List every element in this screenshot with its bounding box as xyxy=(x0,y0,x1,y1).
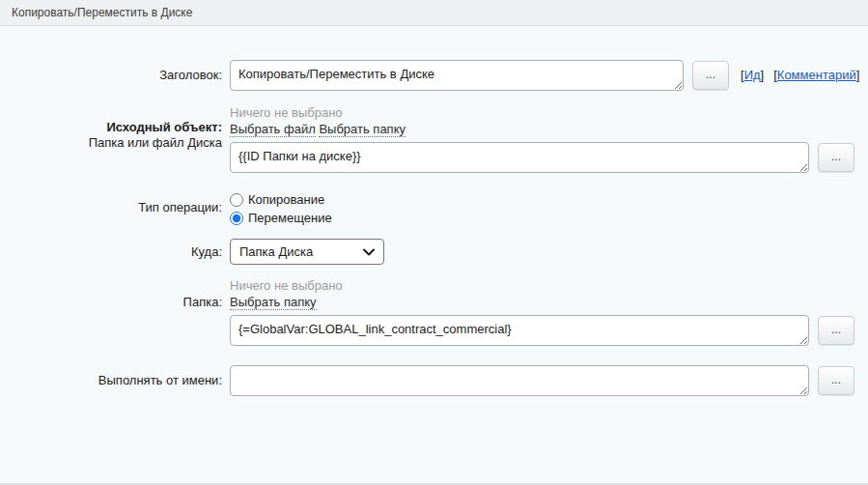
operation-label: Тип операции: xyxy=(0,190,222,215)
title-label: Заголовок: xyxy=(0,60,222,83)
settings-form: Заголовок: Копировать/Переместить в Диск… xyxy=(0,26,868,396)
select-file-link[interactable]: Выбрать файл xyxy=(230,122,316,137)
copy-radio[interactable] xyxy=(230,193,243,207)
destination-select-value: Папка Диска xyxy=(239,244,313,259)
source-label: Исходный объект: xyxy=(0,120,222,135)
row-destination: Куда: Папка Диска xyxy=(0,239,868,265)
row-title: Заголовок: Копировать/Переместить в Диск… xyxy=(0,60,868,91)
source-input[interactable]: {{ID Папки на диске}} xyxy=(230,142,809,173)
folder-label: Папка: xyxy=(0,277,222,310)
destination-select[interactable]: Папка Диска xyxy=(230,239,384,265)
activity-settings-panel: Копировать/Переместить в Диске Заголовок… xyxy=(0,0,868,485)
source-chooser-links: Выбрать файл Выбрать папку xyxy=(230,121,854,138)
destination-label: Куда: xyxy=(0,239,222,260)
row-source-object: Исходный объект: Папка или файл Диска Ни… xyxy=(0,104,868,173)
row-run-as: Выполнять от имени: ... xyxy=(0,365,868,396)
panel-title: Копировать/Переместить в Диске xyxy=(0,0,868,26)
folder-chooser-links: Выбрать папку xyxy=(230,294,854,311)
operation-radio-group: Копирование Перемещение xyxy=(230,190,332,227)
source-picker-button[interactable]: ... xyxy=(818,143,854,172)
title-input[interactable]: Копировать/Переместить в Диске xyxy=(230,60,684,91)
run-as-input[interactable] xyxy=(230,365,809,396)
select-folder-link[interactable]: Выбрать папку xyxy=(319,122,406,137)
source-empty-text: Ничего не выбрано xyxy=(230,104,854,121)
move-radio-label: Перемещение xyxy=(248,209,332,227)
source-label-block: Исходный объект: Папка или файл Диска xyxy=(0,104,222,151)
title-links: [Ид][Комментарий] xyxy=(741,60,859,82)
run-as-label: Выполнять от имени: xyxy=(0,365,222,388)
chevron-down-icon xyxy=(363,248,375,256)
folder-picker-button[interactable]: ... xyxy=(818,316,854,345)
row-folder: Папка: Ничего не выбрано Выбрать папку {… xyxy=(0,277,868,346)
operation-option-move[interactable]: Перемещение xyxy=(230,209,332,227)
copy-radio-label: Копирование xyxy=(248,190,324,209)
id-link-close-bracket: ] xyxy=(761,68,765,82)
id-link[interactable]: Ид xyxy=(744,68,761,82)
source-sublabel: Папка или файл Диска xyxy=(0,135,222,151)
operation-option-copy[interactable]: Копирование xyxy=(230,190,332,209)
title-picker-button[interactable]: ... xyxy=(692,61,729,90)
panel-title-text: Копировать/Переместить в Диске xyxy=(12,6,192,19)
comment-link[interactable]: Комментарий xyxy=(777,68,856,82)
comment-link-close-bracket: ] xyxy=(856,68,860,82)
folder-input[interactable]: {=GlobalVar:GLOBAL_link_contract_commerc… xyxy=(230,315,809,346)
run-as-picker-button[interactable]: ... xyxy=(818,366,854,395)
move-radio[interactable] xyxy=(230,212,243,225)
folder-empty-text: Ничего не выбрано xyxy=(230,277,854,294)
folder-select-folder-link[interactable]: Выбрать папку xyxy=(230,295,317,310)
row-operation-type: Тип операции: Копирование Перемещение xyxy=(0,190,868,227)
